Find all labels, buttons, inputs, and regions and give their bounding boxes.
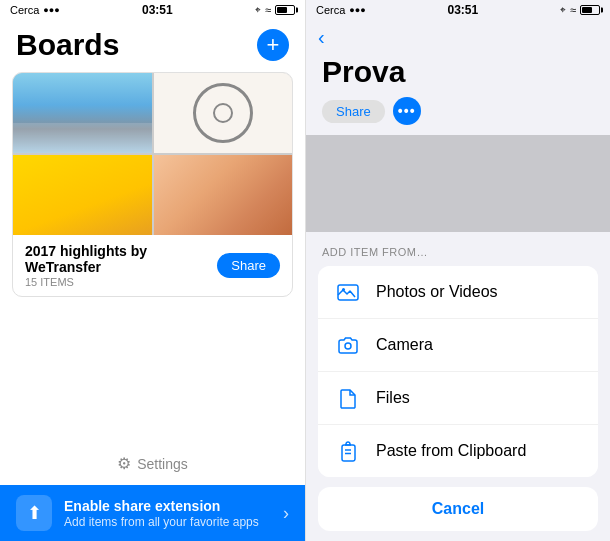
settings-label: Settings — [137, 456, 188, 472]
left-bottom: ⚙ Settings ⬆ Enable share extension Add … — [0, 297, 305, 541]
right-bluetooth-icon: ⌖ — [560, 4, 566, 16]
bluetooth-icon: ⌖ — [255, 4, 261, 16]
photos-icon — [334, 278, 362, 306]
settings-row[interactable]: ⚙ Settings — [0, 442, 305, 485]
enable-share-bar[interactable]: ⬆ Enable share extension Add items from … — [0, 485, 305, 541]
prova-share-button[interactable]: Share — [322, 100, 385, 123]
right-status-right: ⌖ ≈ — [560, 4, 600, 16]
board-preview-area — [306, 135, 610, 232]
board-image-3 — [13, 155, 152, 235]
chevron-right-icon: › — [283, 503, 289, 524]
menu-item-photos[interactable]: Photos or Videos — [318, 266, 598, 319]
board-count: 15 ITEMS — [25, 276, 217, 288]
clipboard-icon — [334, 437, 362, 465]
menu-item-files[interactable]: Files — [318, 372, 598, 425]
prova-buttons: Share ••• — [322, 97, 594, 125]
right-header: Prova Share ••• — [306, 53, 610, 135]
enable-bar-title: Enable share extension — [64, 498, 259, 514]
add-item-menu: Photos or Videos Camera — [318, 266, 598, 477]
board-meta: 2017 highlights by WeTransfer 15 ITEMS — [25, 243, 217, 288]
left-panel: Cerca ●●● 03:51 ⌖ ≈ Boards + — [0, 0, 305, 541]
menu-item-camera[interactable]: Camera — [318, 319, 598, 372]
right-panel: Cerca ●●● 03:51 ⌖ ≈ ‹ Prova Share ••• AD… — [305, 0, 610, 541]
menu-item-paste[interactable]: Paste from Clipboard — [318, 425, 598, 477]
board-name: 2017 highlights by WeTransfer — [25, 243, 217, 275]
svg-point-1 — [342, 288, 345, 291]
right-status-left: Cerca ●●● — [316, 4, 366, 16]
circle-decoration — [193, 83, 253, 143]
status-right: ⌖ ≈ — [255, 4, 295, 16]
right-wifi-icon: ≈ — [570, 4, 576, 16]
board-detail-title: Prova — [322, 55, 594, 89]
more-options-button[interactable]: ••• — [393, 97, 421, 125]
add-item-label: ADD ITEM FROM… — [306, 232, 610, 266]
page-title: Boards — [16, 28, 119, 62]
back-button[interactable]: ‹ — [318, 26, 325, 49]
gear-icon: ⚙ — [117, 454, 131, 473]
board-info: 2017 highlights by WeTransfer 15 ITEMS S… — [13, 235, 292, 296]
left-header: Boards + — [0, 20, 305, 72]
add-board-button[interactable]: + — [257, 29, 289, 61]
carrier-label: Cerca — [10, 4, 39, 16]
status-left: Cerca ●●● — [10, 4, 60, 16]
enable-bar-subtitle: Add items from all your favorite apps — [64, 515, 259, 529]
menu-label-paste: Paste from Clipboard — [376, 442, 526, 460]
board-share-button[interactable]: Share — [217, 253, 280, 278]
files-icon — [334, 384, 362, 412]
right-battery-icon — [580, 5, 600, 15]
battery-fill — [277, 7, 287, 13]
camera-icon — [334, 331, 362, 359]
menu-label-photos: Photos or Videos — [376, 283, 498, 301]
wifi-icon: ≈ — [265, 4, 271, 16]
board-card[interactable]: 2017 highlights by WeTransfer 15 ITEMS S… — [12, 72, 293, 297]
menu-label-files: Files — [376, 389, 410, 407]
cancel-button[interactable]: Cancel — [318, 487, 598, 531]
svg-point-2 — [345, 343, 351, 349]
right-time-label: 03:51 — [447, 3, 478, 17]
board-images — [13, 73, 292, 235]
right-nav: ‹ — [306, 20, 610, 53]
left-status-bar: Cerca ●●● 03:51 ⌖ ≈ — [0, 0, 305, 20]
right-carrier-label: Cerca — [316, 4, 345, 16]
add-item-section: ADD ITEM FROM… Photos or Videos — [306, 232, 610, 541]
battery-icon — [275, 5, 295, 15]
board-image-2 — [154, 73, 293, 153]
board-image-4 — [154, 155, 293, 235]
right-battery-fill — [582, 7, 592, 13]
share-extension-icon: ⬆ — [16, 495, 52, 531]
time-label: 03:51 — [142, 3, 173, 17]
enable-bar-text: Enable share extension Add items from al… — [64, 498, 259, 529]
menu-label-camera: Camera — [376, 336, 433, 354]
right-status-bar: Cerca ●●● 03:51 ⌖ ≈ — [306, 0, 610, 20]
board-image-1 — [13, 73, 152, 153]
